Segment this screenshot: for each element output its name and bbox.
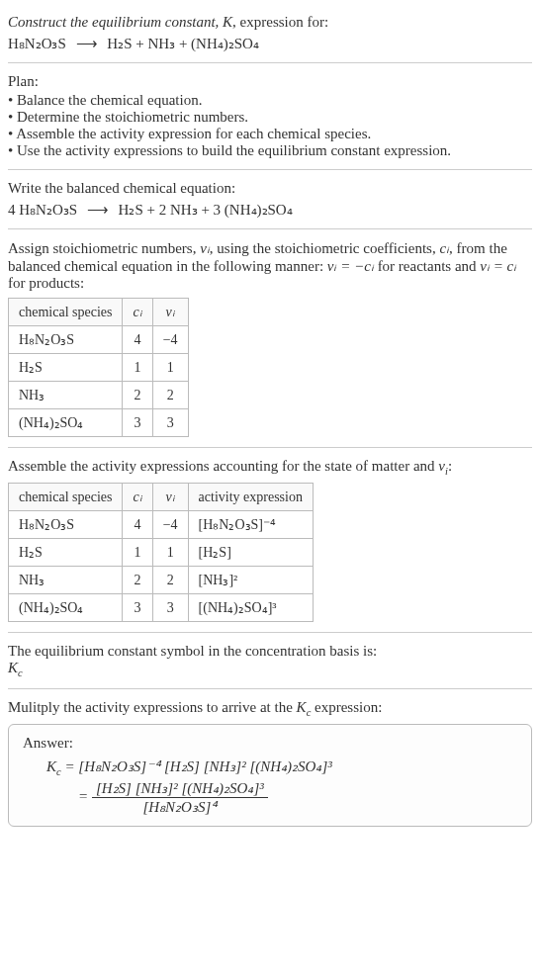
c-symbol: cᵢ — [439, 240, 449, 256]
cell: 2 — [152, 567, 188, 594]
stoich-assign-section: Assign stoichiometric numbers, νᵢ, using… — [8, 233, 532, 443]
equals: = — [78, 788, 92, 804]
divider — [8, 688, 532, 689]
cell: 1 — [123, 539, 152, 567]
cell: 3 — [152, 409, 188, 437]
cell: 3 — [152, 594, 188, 622]
symbol-text: The equilibrium constant symbol in the c… — [8, 643, 532, 660]
plan-item: Determine the stoichiometric numbers. — [8, 109, 532, 126]
cell: 1 — [152, 539, 188, 567]
products: H₂S + NH₃ + (NH₄)₂SO₄ — [107, 36, 259, 51]
answer-fraction-line: = [H₂S] [NH₃]² [(NH₄)₂SO₄]³ [H₈N₂O₃S]⁴ — [46, 779, 517, 816]
plan-item: Assemble the activity expression for eac… — [8, 126, 532, 142]
activity-table: chemical species cᵢ νᵢ activity expressi… — [8, 483, 314, 622]
col-header: cᵢ — [123, 299, 152, 326]
balanced-rhs: H₂S + 2 NH₃ + 3 (NH₄)₂SO₄ — [119, 202, 293, 218]
unbalanced-equation: H₈N₂O₃S ⟶ H₂S + NH₃ + (NH₄)₂SO₄ — [8, 35, 532, 52]
cell: 2 — [152, 382, 188, 409]
plan-item: Balance the chemical equation. — [8, 92, 532, 109]
text: for products: — [8, 275, 84, 291]
plan-item: Use the activity expressions to build th… — [8, 142, 532, 159]
balanced-lhs: 4 H₈N₂O₃S — [8, 202, 77, 218]
cell: (NH₄)₂SO₄ — [9, 594, 123, 622]
cell: (NH₄)₂SO₄ — [9, 409, 123, 437]
divider — [8, 62, 532, 63]
divider — [8, 632, 532, 633]
reactant: H₈N₂O₃S — [8, 36, 66, 51]
col-header: cᵢ — [123, 484, 152, 511]
plan-title: Plan: — [8, 73, 532, 90]
answer-formula: Kc = [H₈N₂O₃S]⁻⁴ [H₂S] [NH₃]² [(NH₄)₂SO₄… — [46, 757, 517, 777]
cell: H₂S — [9, 354, 123, 382]
table-header-row: chemical species cᵢ νᵢ activity expressi… — [9, 484, 314, 511]
cell: 3 — [123, 409, 152, 437]
balanced-title: Write the balanced chemical equation: — [8, 180, 532, 197]
table-row: NH₃ 2 2 [NH₃]² — [9, 567, 314, 594]
kc-symbol: Kc — [8, 660, 532, 678]
cell: 2 — [123, 382, 152, 409]
cell: [H₈N₂O₃S]⁻⁴ — [188, 511, 313, 539]
answer-box: Answer: Kc = [H₈N₂O₃S]⁻⁴ [H₂S] [NH₃]² [(… — [8, 724, 532, 827]
text: , using the stoichiometric coefficients, — [210, 240, 440, 256]
assemble-text: Assemble the activity expressions accoun… — [8, 458, 532, 477]
activity-section: Assemble the activity expressions accoun… — [8, 452, 532, 628]
rule: νᵢ = −cᵢ — [327, 258, 374, 274]
stoich-text: Assign stoichiometric numbers, νᵢ, using… — [8, 239, 532, 292]
table-header-row: chemical species cᵢ νᵢ — [9, 299, 189, 326]
divider — [8, 447, 532, 448]
col-header: activity expression — [188, 484, 313, 511]
multiply-section: Mulitply the activity expressions to arr… — [8, 693, 532, 833]
denominator: [H₈N₂O₃S]⁴ — [92, 798, 268, 816]
cell: NH₃ — [9, 567, 123, 594]
table-row: H₂S 1 1 — [9, 354, 189, 382]
cell: 4 — [123, 326, 152, 354]
text: Assign stoichiometric numbers, — [8, 240, 200, 256]
answer-label: Answer: — [23, 735, 517, 752]
table-row: H₈N₂O₃S 4 −4 [H₈N₂O₃S]⁻⁴ — [9, 511, 314, 539]
table-row: (NH₄)₂SO₄ 3 3 [(NH₄)₂SO₄]³ — [9, 594, 314, 622]
cell: [H₂S] — [188, 539, 313, 567]
col-header: νᵢ — [152, 299, 188, 326]
numerator: [H₂S] [NH₃]² [(NH₄)₂SO₄]³ — [92, 779, 268, 798]
prompt-section: Construct the equilibrium constant, K, e… — [8, 8, 532, 58]
table-row: NH₃ 2 2 — [9, 382, 189, 409]
symbol-section: The equilibrium constant symbol in the c… — [8, 637, 532, 684]
cell: H₈N₂O₃S — [9, 326, 123, 354]
rule: νᵢ = cᵢ — [480, 258, 516, 274]
arrow-icon: ⟶ — [87, 201, 109, 219]
stoich-table: chemical species cᵢ νᵢ H₈N₂O₃S 4 −4 H₂S … — [8, 298, 189, 437]
cell: 3 — [123, 594, 152, 622]
cell: 1 — [152, 354, 188, 382]
balanced-equation: 4 H₈N₂O₃S ⟶ H₂S + 2 NH₃ + 3 (NH₄)₂SO₄ — [8, 201, 532, 219]
cell: [(NH₄)₂SO₄]³ — [188, 594, 313, 622]
product-expr: [H₈N₂O₃S]⁻⁴ [H₂S] [NH₃]² [(NH₄)₂SO₄]³ — [78, 758, 331, 774]
nu-symbol: νᵢ — [200, 240, 210, 256]
cell: H₂S — [9, 539, 123, 567]
cell: [NH₃]² — [188, 567, 313, 594]
table-row: (NH₄)₂SO₄ 3 3 — [9, 409, 189, 437]
cell: 4 — [123, 511, 152, 539]
cell: −4 — [152, 326, 188, 354]
cell: H₈N₂O₃S — [9, 511, 123, 539]
table-row: H₂S 1 1 [H₂S] — [9, 539, 314, 567]
plan-list: Balance the chemical equation. Determine… — [8, 92, 532, 159]
text: for reactants and — [374, 258, 480, 274]
divider — [8, 228, 532, 229]
cell: NH₃ — [9, 382, 123, 409]
balanced-section: Write the balanced chemical equation: 4 … — [8, 174, 532, 224]
plan-section: Plan: Balance the chemical equation. Det… — [8, 67, 532, 165]
fraction: [H₂S] [NH₃]² [(NH₄)₂SO₄]³ [H₈N₂O₃S]⁴ — [92, 779, 268, 816]
divider — [8, 169, 532, 170]
multiply-text: Mulitply the activity expressions to arr… — [8, 699, 532, 718]
col-header: chemical species — [9, 484, 123, 511]
arrow-icon: ⟶ — [76, 35, 98, 52]
table-row: H₈N₂O₃S 4 −4 — [9, 326, 189, 354]
col-header: νᵢ — [152, 484, 188, 511]
col-header: chemical species — [9, 299, 123, 326]
prompt-line1: Construct the equilibrium constant, K, e… — [8, 14, 532, 31]
kc-equals: Kc = — [46, 758, 78, 774]
cell: 2 — [123, 567, 152, 594]
cell: 1 — [123, 354, 152, 382]
cell: −4 — [152, 511, 188, 539]
